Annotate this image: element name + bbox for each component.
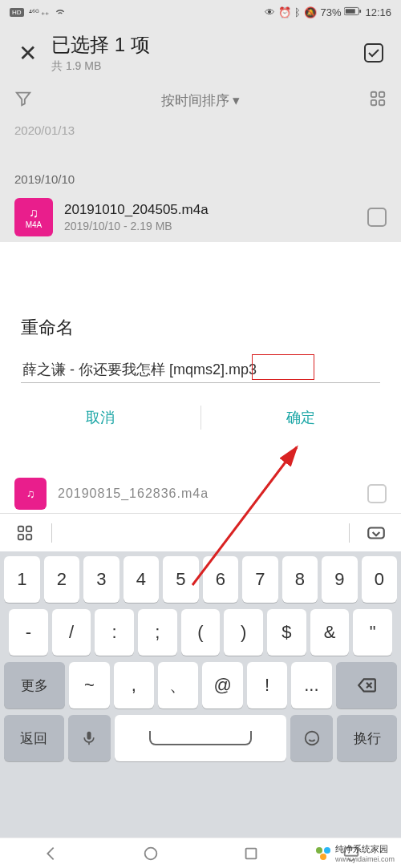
key-8[interactable]: 8: [282, 556, 318, 603]
close-icon[interactable]: ✕: [14, 40, 40, 67]
svg-rect-9: [18, 526, 23, 531]
svg-rect-3: [365, 44, 383, 62]
nav-back-icon[interactable]: [42, 845, 59, 862]
key-:[interactable]: :: [95, 609, 134, 656]
sort-button[interactable]: 按时间排序 ▾: [161, 91, 240, 110]
status-bar: HD ⁴⁶ᴳ ₊₊ 👁 ⏰ ᛒ 🔕 73% 12:16: [0, 0, 401, 24]
checkbox[interactable]: [367, 208, 387, 227]
keyboard-toolbar: [0, 513, 401, 551]
clock: 12:16: [365, 6, 391, 18]
svg-point-18: [316, 847, 322, 854]
toolbar: 按时间排序 ▾: [0, 82, 401, 119]
key-/[interactable]: /: [52, 609, 91, 656]
key-)[interactable]: ): [224, 609, 263, 656]
bluetooth-icon: ᛒ: [294, 6, 301, 18]
chevron-down-icon: ▾: [233, 92, 240, 109]
key--[interactable]: -: [9, 609, 48, 656]
keyboard: 1234567890 -/:;()$&" 更多 ~,、@!... 返回 换行: [0, 551, 401, 838]
key-return[interactable]: 返回: [4, 715, 64, 761]
emoji-key[interactable]: [290, 715, 333, 761]
eye-icon: 👁: [265, 6, 275, 18]
key-、[interactable]: 、: [158, 662, 198, 709]
rename-input[interactable]: [21, 356, 380, 383]
svg-rect-12: [26, 534, 31, 539]
key-0[interactable]: 0: [362, 556, 398, 603]
battery-icon: [344, 6, 362, 18]
svg-point-15: [144, 847, 156, 859]
audio-file-icon: ♫ M4A: [14, 198, 53, 236]
key-9[interactable]: 9: [322, 556, 358, 603]
mic-key[interactable]: [68, 715, 111, 761]
hd-icon: HD: [10, 8, 24, 17]
key-&[interactable]: &: [310, 609, 350, 656]
battery-percent: 73%: [320, 6, 341, 18]
mute-icon: 🔕: [304, 6, 317, 18]
key-"[interactable]: ": [353, 609, 392, 656]
wifi-icon: [54, 5, 67, 20]
signal-icon: ⁴⁶ᴳ ₊₊: [29, 8, 50, 17]
date-header: 2019/10/10: [14, 168, 387, 192]
svg-rect-1: [346, 9, 355, 14]
view-grid-icon[interactable]: [369, 90, 387, 111]
svg-rect-10: [26, 526, 31, 531]
file-meta: 2019/10/10 - 2.19 MB: [64, 220, 356, 232]
confirm-button[interactable]: 确定: [201, 394, 402, 441]
select-all-button[interactable]: [361, 40, 387, 66]
backspace-key[interactable]: [336, 662, 397, 709]
key-5[interactable]: 5: [163, 556, 199, 603]
key-~[interactable]: ~: [69, 662, 109, 709]
key-4[interactable]: 4: [124, 556, 160, 603]
key-1[interactable]: 1: [4, 556, 40, 603]
nav-recent-icon[interactable]: [242, 845, 260, 862]
key-@[interactable]: @: [202, 662, 242, 709]
rename-dialog: 重命名 取消 确定: [0, 301, 401, 441]
key-more[interactable]: 更多: [4, 662, 65, 709]
svg-point-19: [324, 847, 330, 854]
svg-rect-11: [18, 534, 23, 539]
key-![interactable]: !: [247, 662, 287, 709]
key-;[interactable]: ;: [138, 609, 177, 656]
key-...[interactable]: ...: [291, 662, 331, 709]
checkbox[interactable]: [367, 484, 387, 503]
audio-file-icon: ♫: [14, 478, 47, 510]
dialog-title: 重命名: [0, 316, 401, 356]
selection-header: ✕ 已选择 1 项 共 1.9 MB: [0, 24, 401, 82]
svg-point-14: [305, 732, 318, 745]
spacebar[interactable]: [115, 715, 286, 761]
file-row[interactable]: ♫ M4A 20191010_204505.m4a 2019/10/10 - 2…: [14, 192, 387, 242]
key-2[interactable]: 2: [44, 556, 80, 603]
alarm-icon: ⏰: [278, 6, 291, 18]
apps-icon[interactable]: [13, 521, 37, 545]
svg-rect-16: [245, 848, 256, 858]
nav-home-icon[interactable]: [142, 845, 160, 862]
cancel-button[interactable]: 取消: [0, 394, 200, 441]
collapse-keyboard-icon[interactable]: [364, 521, 388, 545]
key-6[interactable]: 6: [203, 556, 239, 603]
svg-rect-6: [371, 100, 376, 105]
key-([interactable]: (: [181, 609, 221, 656]
watermark: 纯净系统家园 www.yidaimei.com: [314, 843, 395, 863]
svg-rect-5: [379, 92, 384, 97]
svg-rect-4: [371, 92, 376, 97]
filter-icon[interactable]: [14, 90, 32, 111]
svg-rect-7: [379, 100, 384, 105]
file-name: 20191010_204505.m4a: [64, 202, 356, 218]
date-header: 2020/01/13: [14, 119, 387, 143]
page-subtitle: 共 1.9 MB: [51, 59, 361, 74]
key-7[interactable]: 7: [242, 556, 278, 603]
key-$[interactable]: $: [267, 609, 306, 656]
svg-point-20: [320, 854, 326, 860]
svg-rect-2: [360, 10, 362, 13]
key-3[interactable]: 3: [83, 556, 119, 603]
enter-key[interactable]: 换行: [337, 715, 397, 761]
file-row-partial[interactable]: ♫ 20190815_162836.m4a: [0, 474, 401, 513]
key-,[interactable]: ,: [114, 662, 154, 709]
page-title: 已选择 1 项: [51, 32, 361, 58]
